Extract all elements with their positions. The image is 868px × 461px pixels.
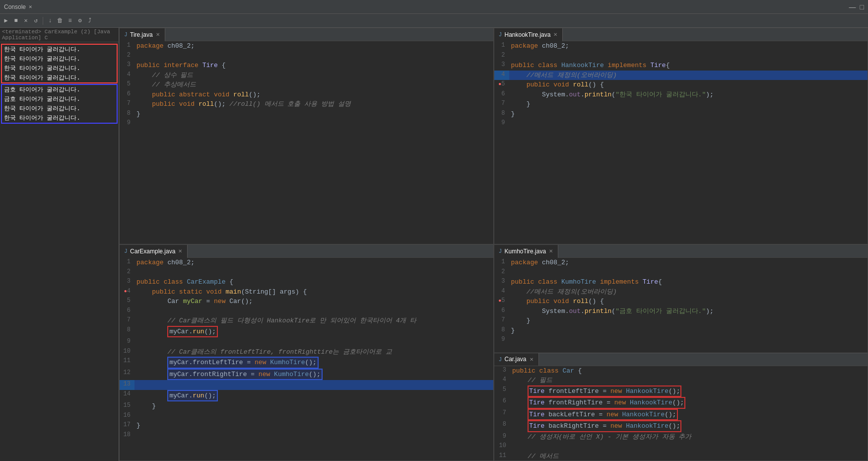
car-example-code[interactable]: 1 package ch08_2; 2 3 public class CarEx… [120, 258, 493, 461]
tire-tab-bar: J Tire.java ✕ [120, 28, 493, 41]
table-row: 12 myCar.frontRightTire = new KumhoTire(… [120, 369, 493, 381]
kumho-java-code[interactable]: 1 package ch08_2; 2 3 public class Kumho… [494, 258, 868, 353]
filter-icon[interactable]: ≡ [66, 17, 74, 25]
tire-code-table: 1 package ch08_2; 2 3 public interface T… [120, 41, 493, 129]
tire-java-tab[interactable]: J Tire.java ✕ [120, 28, 165, 41]
tire-tab-close[interactable]: ✕ [156, 32, 160, 37]
tire-field-6: Tire frontRightTire = new HankookTire(); [528, 397, 685, 409]
tire-field-7: Tire backLeftTire = new HankookTire(); [528, 409, 678, 421]
console-output[interactable]: 한국 타이어가 굴러갑니다. 한국 타이어가 굴러갑니다. 한국 타이어가 굴러… [0, 42, 119, 461]
console-line: 한국 타이어가 굴러갑니다. [2, 113, 117, 123]
car-example-tab-label: CarExample.java [130, 248, 175, 255]
table-row: 8 } [494, 109, 868, 119]
table-row: 8 Tire backRightTire = new HankookTire()… [494, 420, 868, 432]
settings-icon[interactable]: ⚙ [76, 17, 84, 25]
console-top-bar: Console ✕ — □ [0, 0, 868, 14]
table-row: 1 package ch08_2; [494, 258, 868, 268]
console-line: 한국 타이어가 굴러갑니다. [2, 54, 117, 64]
car-java-code[interactable]: 3 public class Car { 4 // 필드 5 Tire fron… [494, 366, 868, 461]
car-example-java-tab[interactable]: J CarExample.java ✕ [120, 245, 188, 258]
table-row: 1 package ch08_2; [120, 41, 493, 51]
car-tab-close[interactable]: ✕ [530, 357, 534, 362]
clear-icon[interactable]: 🗑 [56, 17, 64, 25]
table-row: 15 } [120, 401, 493, 411]
table-row: 9 [494, 335, 868, 345]
table-row: 7 Tire backLeftTire = new HankookTire(); [494, 409, 868, 421]
table-row: 6 Tire frontRightTire = new HankookTire(… [494, 397, 868, 409]
table-row: 6 System.out.println("금호 타이어가 굴러갑니다."); [494, 307, 868, 316]
main-layout: <terminated> CarExample (2) [Java Applic… [0, 28, 868, 461]
hankook-java-tab[interactable]: J HankookTire.java ✕ [494, 28, 563, 41]
table-row: 18 [120, 431, 493, 441]
kumho-pane: J KumhoTire.java ✕ 1 package ch08_2; 2 [494, 245, 868, 353]
console-line: 금호 타이어가 굴러갑니다. [2, 85, 117, 94]
table-row: 3 public class Car { [494, 366, 868, 376]
table-row: 11 myCar.frontLeftTire = new KumhoTire()… [120, 357, 493, 369]
disconnect-icon[interactable]: ✕ [22, 17, 30, 25]
console-red-group: 한국 타이어가 굴러갑니다. 한국 타이어가 굴러갑니다. 한국 타이어가 굴러… [1, 44, 118, 83]
table-row: 2 [120, 268, 493, 278]
console-line: 금호 타이어가 굴러갑니다. [2, 94, 117, 104]
table-row: 1 package ch08_2; [120, 258, 493, 268]
maximize-button[interactable]: □ [860, 3, 864, 11]
console-toolbar: ▶ ■ ✕ ↺ ↓ 🗑 ≡ ⚙ ⤴ [0, 14, 868, 28]
car-example-tab-bar: J CarExample.java ✕ [120, 245, 493, 258]
table-row: 13 [120, 380, 493, 390]
tire-java-code[interactable]: 1 package ch08_2; 2 3 public interface T… [120, 41, 493, 244]
scroll-end-icon[interactable]: ↓ [46, 17, 54, 25]
console-line: 한국 타이어가 굴러갑니다. [2, 73, 117, 82]
hankook-java-code[interactable]: 1 package ch08_2; 2 3 public class Hanko… [494, 41, 868, 244]
table-row: 7 // Car클래스의 필드 다형성이 HankookTire로 만 되어있어… [120, 316, 493, 326]
table-row: 3 public class KumhoTire implements Tire… [494, 277, 868, 287]
car-example-pane: J CarExample.java ✕ 1 package ch08_2; 2 [119, 244, 494, 461]
car-code-table: 3 public class Car { 4 // 필드 5 Tire fron… [494, 366, 868, 461]
car-java-tab[interactable]: J Car.java ✕ [494, 353, 539, 366]
kumho-line11-highlight: myCar.frontLeftTire = new KumhoTire(); [167, 357, 318, 369]
run-icon[interactable]: ▶ [2, 17, 10, 25]
table-row: 9 // 생성자(바로 선언 X) - 기본 생성자가 자동 추가 [494, 432, 868, 442]
table-row: 10 [494, 442, 868, 452]
tire-field-8: Tire backRightTire = new HankookTire(); [528, 420, 681, 432]
table-row: ●5 public void roll() { [494, 297, 868, 307]
table-row: 5 Tire frontLeftTire = new HankookTire()… [494, 385, 868, 397]
car-java-tab-label: Car.java [505, 356, 527, 363]
table-row: 6 public abstract void roll(); [120, 90, 493, 100]
java-file-icon: J [125, 248, 127, 254]
table-row: 11 // 메서드 [494, 452, 868, 461]
external-icon[interactable]: ⤴ [86, 17, 94, 25]
java-file-icon: J [125, 32, 127, 37]
editor-area: J Tire.java ✕ 1 package ch08_2; 2 [119, 28, 868, 461]
car-tab-bar: J Car.java ✕ [494, 353, 868, 366]
table-row: 4 // 필드 [494, 376, 868, 385]
table-row: 3 public class CarExample { [120, 277, 493, 287]
car-pane: J Car.java ✕ 3 public class Car { 4 / [494, 353, 868, 461]
table-row: 10 // Car클래스의 frontLeftTire, frontRightt… [120, 347, 493, 357]
car-example-tab-close[interactable]: ✕ [178, 248, 182, 254]
java-file-icon: J [499, 248, 502, 254]
hankook-java-pane: J HankookTire.java ✕ 1 package ch08_2; 2 [494, 28, 868, 244]
console-terminated: <terminated> CarExample (2) [Java Applic… [0, 28, 119, 42]
kumho-tab-close[interactable]: ✕ [549, 248, 553, 254]
table-row: 5 Car myCar = new Car(); [120, 297, 493, 307]
table-row: 6 System.out.println("한국 타이어가 굴러갑니다."); [494, 90, 868, 100]
minimize-button[interactable]: — [849, 3, 856, 11]
console-title: Console [4, 3, 26, 10]
console-blue-group: 금호 타이어가 굴러갑니다. 금호 타이어가 굴러갑니다. 한국 타이어가 굴러… [1, 84, 118, 124]
java-file-icon: J [499, 32, 502, 37]
kumho-java-tab[interactable]: J KumhoTire.java ✕ [494, 245, 559, 258]
table-row: 3 public class HankookTire implements Ti… [494, 61, 868, 71]
tire-field-5: Tire frontLeftTire = new HankookTire(); [528, 385, 681, 397]
table-row: 1 package ch08_2; [494, 41, 868, 51]
run-line14-highlight: myCar.run(); [167, 390, 218, 402]
hankook-tab-close[interactable]: ✕ [553, 32, 557, 37]
table-row: 3 public interface Tire { [120, 61, 493, 71]
table-row: 9 [494, 119, 868, 129]
console-close-icon[interactable]: ✕ [29, 3, 32, 10]
java-file-icon: J [499, 357, 502, 362]
console-line: 한국 타이어가 굴러갑니다. [2, 64, 117, 73]
top-bar-controls: — □ [849, 3, 864, 11]
rerun-icon[interactable]: ↺ [32, 17, 40, 25]
stop-icon[interactable]: ■ [12, 17, 20, 25]
table-row: 16 [120, 411, 493, 421]
table-row: ●5 public void roll() { [494, 80, 868, 90]
